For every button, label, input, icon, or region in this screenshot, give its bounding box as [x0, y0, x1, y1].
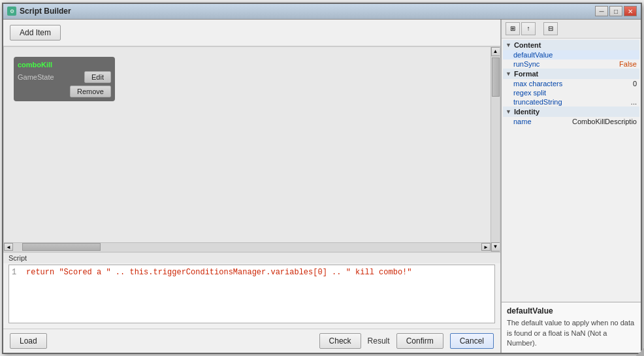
properties-tree[interactable]: ▼ Content defaultValue runSync False — [502, 39, 641, 302]
prop-name-regexsplit: regex split — [513, 89, 637, 97]
main-window: ⚙ Script Builder ─ □ ✕ Add Item comboKil… — [2, 3, 642, 354]
prop-section-format: ▼ Format max characters 0 regex split tr… — [503, 69, 639, 106]
properties-btn-1[interactable]: ⊞ — [506, 22, 520, 35]
prop-value-truncatedstring: ... — [631, 98, 637, 106]
properties-btn-3[interactable]: ⊟ — [543, 22, 558, 35]
prop-name-maxchars: max characters — [513, 80, 633, 88]
line-number: 1 — [12, 268, 20, 277]
horizontal-scrollbar[interactable]: ◄ ► — [4, 242, 491, 251]
prop-section-identity: ▼ Identity name ComboKillDescriptio — [503, 106, 639, 126]
desc-title: defaultValue — [507, 306, 636, 316]
section-arrow-identity: ▼ — [506, 108, 511, 115]
check-button[interactable]: Check — [319, 333, 361, 349]
h-scrollbar-thumb[interactable] — [22, 243, 101, 251]
restore-button[interactable]: □ — [609, 6, 622, 16]
section-arrow-content: ▼ — [506, 42, 511, 48]
load-button[interactable]: Load — [10, 333, 47, 349]
vertical-scrollbar[interactable]: ▲ ▼ — [491, 47, 500, 251]
prop-row-regexsplit[interactable]: regex split — [503, 88, 639, 97]
main-content: Add Item comboKill GameState Edit Remove — [3, 20, 641, 353]
minimize-button[interactable]: ─ — [595, 6, 608, 16]
toolbar-spacer — [537, 22, 542, 35]
item-card-label: comboKill — [18, 61, 111, 69]
prop-name-truncatedstring: truncatedString — [513, 98, 631, 106]
prop-section-format-header[interactable]: ▼ Format — [503, 69, 639, 79]
scroll-left-button[interactable]: ◄ — [4, 243, 13, 251]
result-label: Result — [368, 336, 390, 346]
desc-text: The default value to apply when no data … — [507, 318, 636, 348]
prop-name-runsync: runSync — [513, 60, 619, 68]
script-line-1: 1 return "Scored a " .. this.triggerCond… — [12, 268, 492, 277]
window-controls: ─ □ ✕ — [595, 6, 637, 16]
prop-row-defaultvalue[interactable]: defaultValue — [503, 50, 639, 59]
right-panel: ⊞ ↑ ⊟ ▼ Content defaultValue — [500, 20, 641, 353]
script-section: Script 1 return "Scored a " .. this.trig… — [3, 252, 500, 329]
edit-button[interactable]: Edit — [84, 71, 111, 83]
prop-row-truncatedstring[interactable]: truncatedString ... — [503, 97, 639, 106]
prop-value-name: ComboKillDescriptio — [572, 118, 637, 125]
add-item-button[interactable]: Add Item — [10, 25, 61, 40]
section-title-content: Content — [514, 41, 541, 49]
cancel-button[interactable]: Cancel — [450, 333, 494, 349]
prop-name-name: name — [513, 118, 572, 125]
prop-section-content: ▼ Content defaultValue runSync False — [503, 40, 639, 69]
section-title-format: Format — [514, 70, 538, 78]
window-title: Script Builder — [20, 7, 595, 16]
line-code: return "Scored a " .. this.triggerCondit… — [26, 268, 412, 277]
prop-section-content-header[interactable]: ▼ Content — [503, 40, 639, 50]
scroll-up-button[interactable]: ▲ — [491, 47, 500, 56]
prop-row-runsync[interactable]: runSync False — [503, 59, 639, 69]
canvas-area: comboKill GameState Edit Remove ▲ — [3, 46, 500, 252]
section-arrow-format: ▼ — [506, 71, 511, 77]
toolbar: Add Item — [3, 20, 500, 46]
script-label: Script — [3, 253, 500, 263]
prop-row-maxchars[interactable]: max characters 0 — [503, 79, 639, 88]
resize-handle[interactable] — [636, 348, 644, 356]
item-card-type: GameState — [18, 73, 80, 81]
right-toolbar: ⊞ ↑ ⊟ — [502, 20, 641, 39]
confirm-button[interactable]: Confirm — [396, 333, 443, 349]
item-card-row: GameState Edit — [18, 71, 111, 83]
prop-row-name[interactable]: name ComboKillDescriptio — [503, 117, 639, 126]
prop-value-maxchars: 0 — [633, 80, 637, 88]
section-title-identity: Identity — [514, 108, 539, 116]
scroll-right-button[interactable]: ► — [481, 243, 491, 251]
prop-name-defaultvalue: defaultValue — [513, 51, 637, 59]
close-button[interactable]: ✕ — [624, 6, 637, 16]
item-card: comboKill GameState Edit Remove — [14, 57, 115, 101]
title-bar: ⚙ Script Builder ─ □ ✕ — [3, 4, 641, 20]
properties-btn-2[interactable]: ↑ — [521, 22, 536, 35]
script-editor[interactable]: 1 return "Scored a " .. this.triggerCond… — [8, 265, 495, 323]
bottom-bar: Load Check Result Confirm Cancel — [3, 329, 500, 353]
left-panel: Add Item comboKill GameState Edit Remove — [3, 20, 500, 353]
remove-button[interactable]: Remove — [70, 86, 111, 97]
scrollbar-thumb[interactable] — [492, 57, 500, 97]
scroll-down-button[interactable]: ▼ — [491, 242, 500, 251]
window-icon: ⚙ — [7, 7, 16, 16]
prop-section-identity-header[interactable]: ▼ Identity — [503, 106, 639, 117]
description-box: defaultValue The default value to apply … — [502, 302, 641, 352]
prop-value-runsync: False — [619, 60, 637, 68]
canvas-scroll-container: comboKill GameState Edit Remove ▲ — [4, 47, 500, 251]
